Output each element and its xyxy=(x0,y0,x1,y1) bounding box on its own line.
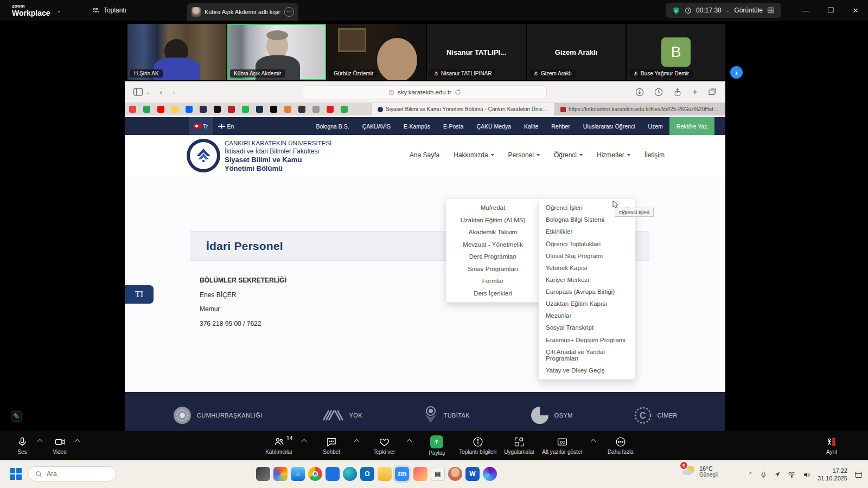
topbar-link[interactable]: Bologna B.S. xyxy=(309,123,355,130)
participants-chevron-icon[interactable] xyxy=(302,439,307,445)
taskbar-search[interactable]: Ara xyxy=(28,466,116,481)
reactions-button[interactable]: Tepki ver xyxy=(369,436,399,455)
active-meeting-tab[interactable]: Kübra Aşık Akdemir adlı kişinin ek ··· xyxy=(187,3,298,21)
rektore-yaz-button[interactable]: Rektöre Yaz xyxy=(669,117,714,135)
topbar-link[interactable]: ÇAKÜAVİS xyxy=(356,123,397,130)
security-shield-icon[interactable] xyxy=(672,7,680,15)
topbar-link[interactable]: ÇAKÜ Medya xyxy=(470,123,518,130)
reactions-chevron-icon[interactable] xyxy=(407,439,412,445)
video-tile[interactable]: H.Şirin AK xyxy=(127,24,226,80)
audio-options-chevron-icon[interactable] xyxy=(37,439,43,445)
menu-item[interactable]: Sınav Programları xyxy=(446,266,539,272)
taskbar-app-copilot-icon[interactable] xyxy=(273,467,288,481)
footer-logo-yok[interactable]: YÖK xyxy=(322,408,362,422)
taskbar-app-profile-icon[interactable] xyxy=(448,467,462,481)
taskbar-app-word-icon[interactable]: W xyxy=(465,467,480,481)
footer-logo-tubitak[interactable]: TÜBİTAK xyxy=(423,406,470,425)
lang-en[interactable]: En xyxy=(213,117,239,135)
menu-item[interactable]: Erasmus+ Değişim Programı xyxy=(539,337,635,343)
footer-logo-osym[interactable]: ÖSYM xyxy=(530,406,573,425)
audio-button[interactable]: Ses xyxy=(8,436,37,455)
favicon[interactable] xyxy=(327,106,334,113)
nav-hizmetler[interactable]: Hizmetler xyxy=(597,151,630,159)
topbar-link[interactable]: E-Posta xyxy=(437,123,470,130)
favicon[interactable] xyxy=(186,106,193,113)
video-button[interactable]: Video xyxy=(45,436,74,455)
taskbar-weather[interactable]: 5 16°C Güneşli xyxy=(682,465,718,478)
video-tile[interactable]: Gürbüz Özdemir xyxy=(327,24,426,80)
nav-iletisim[interactable]: İletişim xyxy=(644,151,665,159)
topbar-link[interactable]: Rehber xyxy=(545,123,576,130)
menu-item[interactable]: Müfredat xyxy=(446,204,539,211)
menu-item[interactable]: Mezunlar xyxy=(539,312,635,319)
volume-icon[interactable] xyxy=(803,471,810,478)
taskbar-clock[interactable]: 17:22 31.10.2025 xyxy=(818,467,847,483)
tray-location-icon[interactable] xyxy=(774,471,781,478)
menu-item[interactable]: Ders İçerikleri xyxy=(446,290,539,297)
meeting-tab-more-icon[interactable]: ··· xyxy=(284,7,294,17)
menu-item[interactable]: Uzaktan Eğitim (ALMS) xyxy=(446,217,539,223)
nav-ogrenci[interactable]: Öğrenci xyxy=(554,151,583,159)
close-button[interactable]: ✕ xyxy=(843,0,868,21)
university-logo[interactable] xyxy=(187,139,220,172)
participants-button[interactable]: 14 Katılımcılar xyxy=(264,436,293,455)
topbar-link[interactable]: Kalite xyxy=(518,123,545,130)
footer-logo-cimer[interactable]: C CİMER xyxy=(633,406,678,425)
menu-item[interactable]: Sosyal Transkript xyxy=(539,324,635,331)
wifi-icon[interactable] xyxy=(788,471,796,478)
reload-icon[interactable] xyxy=(455,89,461,95)
menu-item[interactable]: Europass (Avrupa Birliği) xyxy=(539,288,635,295)
nav-hakkimizda[interactable]: Hakkımızda xyxy=(454,151,494,159)
favicon[interactable] xyxy=(214,106,221,113)
minimize-button[interactable]: — xyxy=(793,0,818,21)
taskbar-app-edge-icon[interactable] xyxy=(343,467,357,481)
video-tile-active-speaker[interactable]: Kübra Aşık Akdemir xyxy=(227,24,326,80)
topbar-link[interactable]: E-Kampüs xyxy=(397,123,437,130)
menu-item[interactable]: Kariyer Merkezi xyxy=(539,277,635,283)
nav-ana-sayfa[interactable]: Ana Sayfa xyxy=(410,151,439,159)
favicon[interactable] xyxy=(284,106,291,113)
history-icon[interactable] xyxy=(654,88,663,97)
taskbar-app-outlook-icon[interactable]: O xyxy=(360,467,374,481)
taskbar-app-paint-icon[interactable] xyxy=(483,467,497,481)
favicon[interactable] xyxy=(200,106,207,113)
taskbar-app-photos-icon[interactable] xyxy=(413,467,427,481)
reader-icon[interactable] xyxy=(388,89,394,95)
topbar-link[interactable]: Uzem xyxy=(641,123,669,130)
browser-tab-active[interactable]: Siyaset Bilimi ve Kamu Yönetimi Bölümü -… xyxy=(372,103,554,115)
tray-mic-icon[interactable] xyxy=(760,471,767,478)
favicon[interactable] xyxy=(171,106,178,113)
taskbar-app-taskview-icon[interactable] xyxy=(256,467,270,481)
new-tab-button[interactable]: + xyxy=(692,87,698,98)
menu-item[interactable]: Formlar xyxy=(446,278,539,284)
menu-item[interactable]: Ulusal Staj Programı xyxy=(539,253,635,259)
taskbar-app-settings-icon[interactable] xyxy=(326,467,340,481)
workspace-dropdown-chevron-icon[interactable]: ⌄ xyxy=(57,8,61,14)
annotation-pencil-icon[interactable]: ✎ xyxy=(11,411,22,422)
chat-chevron-icon[interactable] xyxy=(354,439,360,445)
restore-button[interactable]: ❐ xyxy=(818,0,843,21)
share-screen-button[interactable]: Paylaş xyxy=(422,435,451,456)
back-button[interactable]: ‹ xyxy=(160,87,163,97)
nav-personel[interactable]: Personel xyxy=(508,151,540,159)
share-icon[interactable] xyxy=(673,88,682,97)
menu-item[interactable]: Yatay ve Dikey Geçiş xyxy=(539,367,635,374)
favicon[interactable] xyxy=(298,106,305,113)
taskbar-app-store-icon[interactable]: ⌂ xyxy=(291,467,305,481)
menu-item[interactable]: Uzaktan Eğitim Kapısı xyxy=(539,300,635,307)
topbar-link[interactable]: Uluslararası Öğrenci xyxy=(577,123,642,130)
video-options-chevron-icon[interactable] xyxy=(75,439,80,445)
accessibility-side-tab[interactable]: TI xyxy=(125,285,154,304)
taskbar-app-zoom-icon[interactable]: zm xyxy=(395,467,409,481)
leave-meeting-button[interactable]: Ayrıl xyxy=(817,436,846,455)
sidebar-toggle-icon[interactable] xyxy=(133,88,143,96)
forward-button[interactable]: › xyxy=(173,87,175,97)
favicon[interactable] xyxy=(341,106,348,113)
menu-item[interactable]: Mevzuat - Yönetmelik xyxy=(446,241,539,248)
taskbar-app-calculator-icon[interactable]: ▤ xyxy=(431,467,445,481)
menu-item[interactable]: Ders Programları xyxy=(446,253,539,260)
sidebar-chevron-icon[interactable]: ⌄ xyxy=(146,89,150,95)
favicon[interactable] xyxy=(312,106,320,113)
favicon[interactable] xyxy=(242,106,249,113)
menu-item[interactable]: Çift Anadal ve Yandal Programları xyxy=(539,349,635,362)
